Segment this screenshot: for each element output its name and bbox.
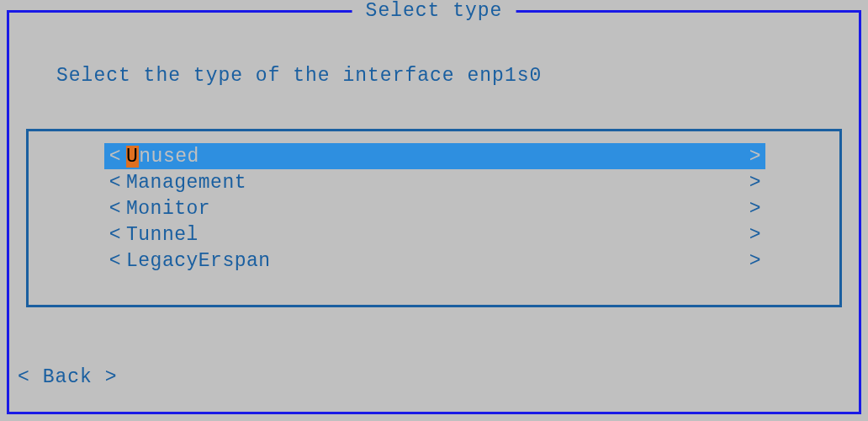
angle-left-icon: < [104,250,126,272]
angle-right-icon: > [745,198,765,220]
menu-item-management[interactable]: < Management > [104,169,765,195]
angle-right-icon: > [745,250,765,272]
angle-right-icon: > [745,146,765,168]
menu-item-monitor[interactable]: < Monitor > [104,195,765,221]
menu-item-legacyerspan[interactable]: < LegacyErspan > [104,248,765,274]
angle-left-icon: < [18,366,30,388]
angle-left-icon: < [104,224,126,246]
dialog-box: Select type Select the type of the inter… [7,10,861,414]
angle-right-icon: > [745,172,765,194]
menu-item-label: Management [126,172,745,194]
menu-container: < Unused > < Management > < Monitor > < … [26,129,842,307]
menu-item-label: Monitor [126,198,745,220]
dialog-prompt: Select the type of the interface enp1s0 [56,65,542,87]
menu-item-tunnel[interactable]: < Tunnel > [104,221,765,248]
menu-item-label: Tunnel [126,224,745,246]
angle-left-icon: < [104,172,126,194]
angle-left-icon: < [104,198,126,220]
angle-left-icon: < [104,146,126,168]
menu-item-label: LegacyErspan [126,250,745,272]
back-button-label: Back [43,366,93,388]
dialog-title: Select type [352,0,516,22]
back-button[interactable]: < Back > [18,366,117,388]
angle-right-icon: > [745,224,765,246]
menu-item-label: Unused [126,146,745,168]
menu-item-unused[interactable]: < Unused > [104,143,765,169]
angle-right-icon: > [105,366,118,388]
